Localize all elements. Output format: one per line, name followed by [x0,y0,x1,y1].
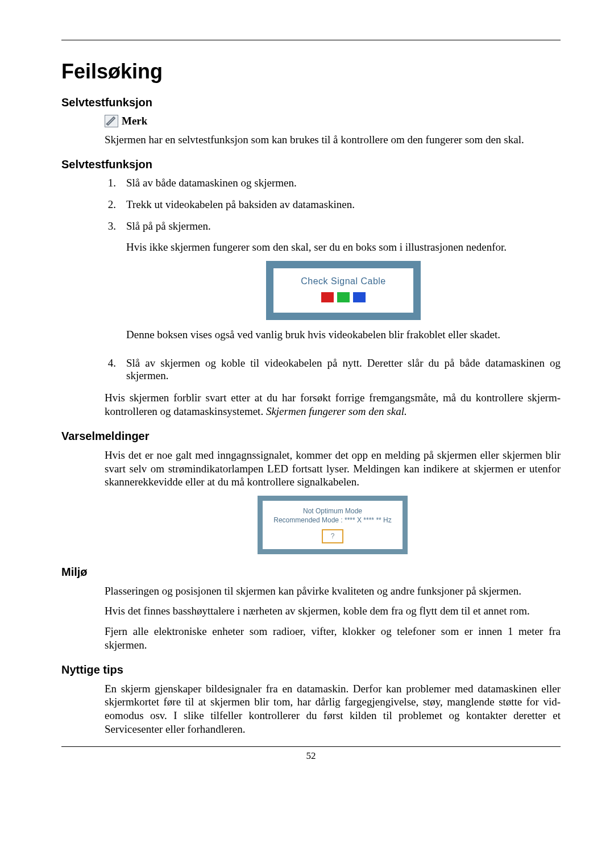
not-optimum-line2: Recommended Mode : **** X **** ** Hz [267,516,398,525]
note-label: Merk [122,115,147,127]
color-swatches [273,292,413,302]
step-number: 2. [105,198,116,211]
check-signal-text: Check Signal Cable [273,276,413,286]
selftest-after-italic: Skjermen fungerer som den skal. [266,405,407,417]
page-number: 52 [61,750,561,762]
list-item: 1. Slå av både datamaskinen og skjermen. [105,177,561,189]
selftest-after: Hvis skjermen forblir svart etter at du … [105,391,561,418]
swatch-blue [353,292,366,302]
step-text: Trekk ut videokabelen på baksiden av dat… [126,198,561,211]
note-row: Merk [105,115,561,127]
section-env-heading: Miljø [61,566,561,579]
page-title: Feilsøking [61,60,561,84]
selftest-intro-text: Skjermen har en selvtestfunksjon som kan… [105,133,561,147]
step-subtext: Hvis ikke skjermen fungerer som den skal… [126,240,561,254]
section-selftest-steps-heading: Selvtestfunksjon [61,158,561,171]
step-text: Slå på på skjermen. [126,220,561,232]
note-icon [105,115,118,127]
swatch-green [337,292,350,302]
step-number: 4. [105,357,116,382]
list-item: 3. Slå på på skjermen. Hvis ikke skjerme… [105,220,561,348]
swatch-red [321,292,334,302]
not-optimum-line1: Not Optimum Mode [267,506,398,516]
step-number: 1. [105,177,116,189]
list-item: 2. Trekk ut videokabelen på baksiden av … [105,198,561,211]
step-text: Slå av både datamaskinen og skjermen. [126,177,561,189]
warnings-text: Hvis det er noe galt med inngagnssignale… [105,448,561,489]
step-number: 3. [105,220,116,348]
bottom-rule [61,746,561,747]
selftest-steps: 1. Slå av både datamaskinen og skjermen.… [105,177,561,383]
section-selftest-intro-heading: Selvtestfunksjon [61,96,561,109]
env-p2: Hvis det finnes basshøyttalere i nærhete… [105,604,561,618]
page-content: Feilsøking Selvtestfunksjon Merk Skjerme… [0,0,614,762]
list-item: 4. Slå av skjermen og koble til videokab… [105,357,561,382]
step-subtext-2: Denne boksen vises også ved vanlig bruk … [126,328,561,342]
section-tips-heading: Nyttige tips [61,663,561,676]
not-optimum-button: ? [322,529,344,543]
not-optimum-image: Not Optimum Mode Recommended Mode : ****… [258,496,408,554]
section-warnings-heading: Varselmeldinger [61,430,561,443]
check-signal-image: Check Signal Cable [266,261,421,320]
top-rule [61,40,561,40]
step-text: Slå av skjermen og koble til videokabele… [126,357,561,382]
env-p1: Plasseringen og posisjonen til skjermen … [105,584,561,598]
tips-p1: En skjerm gjenskaper bildesignaler fra e… [105,682,561,736]
env-p3: Fjern alle elektroniske enheter som radi… [105,625,561,652]
